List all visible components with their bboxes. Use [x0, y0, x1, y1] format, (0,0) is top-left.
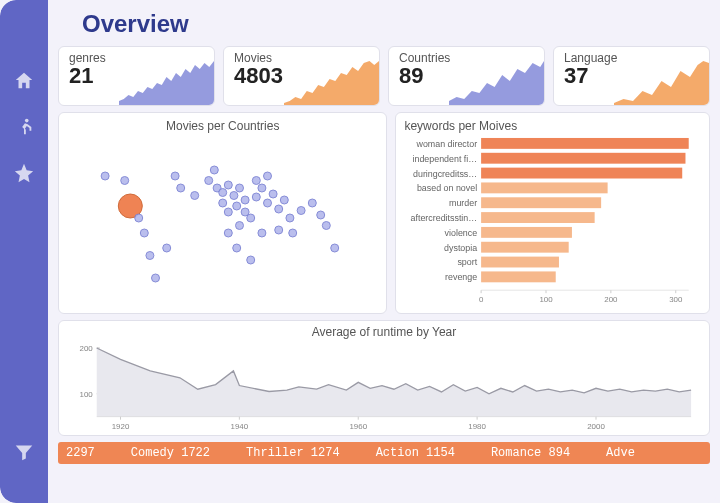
svg-point-13	[224, 181, 232, 189]
svg-point-21	[252, 193, 260, 201]
panel-movies-per-countries[interactable]: Movies per Countries	[58, 112, 387, 314]
svg-point-19	[224, 208, 232, 216]
svg-rect-49	[482, 153, 686, 164]
svg-text:violence: violence	[445, 228, 478, 238]
panel-title: Movies per Countries	[67, 119, 378, 133]
bubble-map-chart	[67, 133, 378, 303]
svg-point-30	[224, 229, 232, 237]
svg-point-6	[146, 252, 154, 260]
home-icon[interactable]	[13, 70, 35, 92]
svg-point-10	[171, 172, 179, 180]
keywords-bar-chart: woman directorindependent fi…duringcredi…	[404, 133, 701, 311]
svg-point-45	[264, 172, 272, 180]
svg-point-5	[140, 229, 148, 237]
svg-text:based on novel: based on novel	[417, 183, 477, 193]
svg-point-31	[233, 244, 241, 252]
card-genres[interactable]: genres 21	[58, 46, 215, 106]
svg-point-27	[286, 214, 294, 222]
svg-point-3	[121, 177, 129, 185]
svg-text:murder: murder	[449, 198, 477, 208]
svg-text:1920: 1920	[112, 422, 130, 431]
svg-point-15	[236, 184, 244, 192]
svg-rect-63	[482, 257, 560, 268]
svg-point-38	[317, 211, 325, 219]
runtime-line-chart: 10020019201940196019802000	[67, 339, 701, 431]
svg-point-17	[233, 202, 241, 210]
svg-point-8	[163, 244, 171, 252]
card-movies[interactable]: Movies 4803	[223, 46, 380, 106]
running-person-icon[interactable]	[13, 116, 35, 138]
svg-point-0	[25, 119, 29, 123]
svg-text:2000: 2000	[587, 422, 605, 431]
svg-text:aftercreditsstin…: aftercreditsstin…	[411, 213, 478, 223]
svg-point-7	[152, 274, 160, 282]
sparkline-icon	[119, 61, 214, 105]
page-title: Overview	[82, 10, 710, 38]
svg-text:sport: sport	[458, 257, 478, 267]
svg-point-26	[280, 196, 288, 204]
svg-text:woman director: woman director	[416, 139, 478, 149]
svg-text:dystopia: dystopia	[445, 243, 478, 253]
svg-rect-65	[482, 271, 557, 282]
svg-text:1980: 1980	[468, 422, 486, 431]
sparkline-icon	[449, 61, 544, 105]
svg-rect-51	[482, 168, 683, 179]
svg-point-40	[331, 244, 339, 252]
svg-text:0: 0	[479, 295, 484, 304]
star-icon[interactable]	[13, 162, 35, 184]
svg-point-44	[252, 177, 260, 185]
svg-point-36	[297, 207, 305, 215]
svg-point-39	[322, 222, 330, 230]
svg-rect-61	[482, 242, 570, 253]
svg-point-43	[191, 192, 199, 200]
svg-text:100: 100	[540, 295, 554, 304]
svg-text:100: 100	[80, 390, 94, 399]
main-content: Overview genres 21 Movies 4803 Countries…	[48, 0, 720, 503]
sparkline-icon	[614, 61, 709, 105]
svg-text:1940: 1940	[231, 422, 249, 431]
svg-point-2	[101, 172, 109, 180]
panel-avg-runtime-by-year[interactable]: Average of runtime by Year 1002001920194…	[58, 320, 710, 436]
svg-point-42	[210, 166, 218, 174]
svg-text:independent fi…: independent fi…	[413, 154, 478, 164]
svg-rect-47	[482, 138, 690, 149]
svg-point-12	[219, 189, 227, 197]
svg-text:duringcreditss…: duringcreditss…	[413, 169, 477, 179]
summary-cards-row: genres 21 Movies 4803 Countries 89	[58, 46, 710, 106]
svg-point-14	[230, 192, 238, 200]
svg-point-34	[275, 226, 283, 234]
svg-point-25	[275, 205, 283, 213]
svg-rect-53	[482, 182, 609, 193]
svg-point-4	[135, 214, 143, 222]
filter-icon[interactable]	[13, 441, 35, 463]
svg-point-41	[205, 177, 213, 185]
svg-point-18	[219, 199, 227, 207]
sidebar	[0, 0, 48, 503]
svg-text:300: 300	[670, 295, 684, 304]
svg-point-24	[269, 190, 277, 198]
svg-rect-59	[482, 227, 573, 238]
svg-rect-57	[482, 212, 596, 223]
svg-point-35	[289, 229, 297, 237]
svg-point-23	[264, 199, 272, 207]
svg-point-33	[258, 229, 266, 237]
svg-text:revenge: revenge	[445, 272, 477, 282]
svg-rect-55	[482, 197, 602, 208]
genre-ticker: 2297Comedy 1722Thriller 1274Action 1154R…	[58, 442, 710, 464]
card-countries[interactable]: Countries 89	[388, 46, 545, 106]
svg-point-32	[247, 256, 255, 264]
sparkline-icon	[284, 61, 379, 105]
svg-point-22	[258, 184, 266, 192]
panel-keywords-per-movies[interactable]: keywords per Moives woman directorindepe…	[395, 112, 710, 314]
panel-title: keywords per Moives	[404, 119, 701, 133]
svg-point-28	[247, 214, 255, 222]
svg-point-16	[241, 196, 249, 204]
svg-text:1960: 1960	[349, 422, 367, 431]
svg-text:200: 200	[80, 344, 94, 353]
svg-point-9	[177, 184, 185, 192]
svg-point-29	[236, 222, 244, 230]
panel-title: Average of runtime by Year	[67, 325, 701, 339]
card-language[interactable]: Language 37	[553, 46, 710, 106]
svg-text:200: 200	[605, 295, 619, 304]
svg-point-37	[308, 199, 316, 207]
